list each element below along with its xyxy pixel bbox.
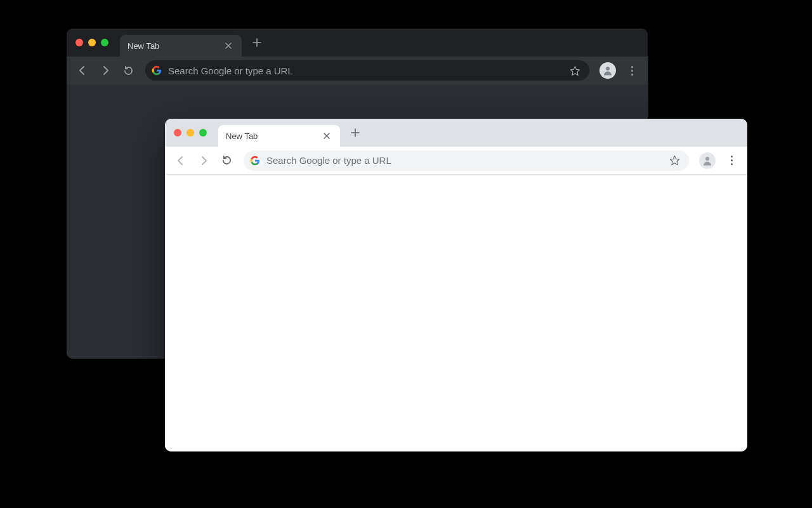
close-window-button[interactable]: [174, 129, 181, 137]
back-button[interactable]: [73, 61, 92, 80]
menu-button[interactable]: [622, 61, 641, 80]
person-icon: [702, 155, 713, 166]
tab-title: New Tab: [128, 41, 218, 51]
page-content: [165, 175, 747, 451]
google-icon: [250, 156, 260, 166]
toolbar: Search Google or type a URL: [67, 57, 648, 84]
close-window-button[interactable]: [75, 39, 83, 46]
tab-title: New Tab: [226, 131, 316, 141]
chrome-window-light: New Tab Search Google or type a URL: [165, 119, 747, 451]
new-tab-button[interactable]: [248, 34, 266, 51]
browser-tab[interactable]: New Tab: [218, 125, 340, 147]
new-tab-button[interactable]: [346, 124, 364, 142]
browser-tab[interactable]: New Tab: [120, 35, 242, 57]
address-bar-placeholder: Search Google or type a URL: [168, 65, 560, 76]
tab-strip: New Tab: [67, 29, 648, 57]
minimize-window-button[interactable]: [88, 39, 96, 46]
window-controls: [75, 39, 108, 46]
person-icon: [602, 65, 613, 76]
toolbar: Search Google or type a URL: [165, 147, 747, 175]
profile-button[interactable]: [599, 62, 616, 79]
address-bar[interactable]: Search Google or type a URL: [145, 60, 589, 81]
tab-strip: New Tab: [165, 119, 747, 147]
minimize-window-button[interactable]: [187, 129, 194, 137]
back-button[interactable]: [171, 151, 190, 170]
plus-icon: [350, 127, 361, 138]
plus-icon: [251, 37, 263, 48]
address-bar[interactable]: Search Google or type a URL: [244, 150, 689, 171]
profile-button[interactable]: [699, 152, 716, 169]
menu-button[interactable]: [722, 151, 741, 170]
forward-button[interactable]: [96, 61, 115, 80]
window-controls: [174, 129, 207, 137]
svg-point-11: [705, 157, 709, 161]
forward-button[interactable]: [194, 151, 213, 170]
close-tab-button[interactable]: [321, 130, 332, 142]
maximize-window-button[interactable]: [101, 39, 108, 46]
close-tab-button[interactable]: [223, 40, 234, 51]
reload-button[interactable]: [217, 151, 236, 170]
google-icon: [152, 65, 162, 76]
address-bar-placeholder: Search Google or type a URL: [266, 155, 660, 166]
bookmark-button[interactable]: [666, 152, 683, 169]
maximize-window-button[interactable]: [199, 129, 207, 137]
kebab-dot-icon: [731, 156, 733, 157]
bookmark-button[interactable]: [566, 62, 583, 79]
svg-marker-10: [670, 156, 679, 164]
svg-marker-4: [570, 66, 579, 75]
reload-button[interactable]: [119, 61, 138, 80]
kebab-dot-icon: [631, 66, 633, 68]
svg-point-5: [606, 67, 610, 70]
